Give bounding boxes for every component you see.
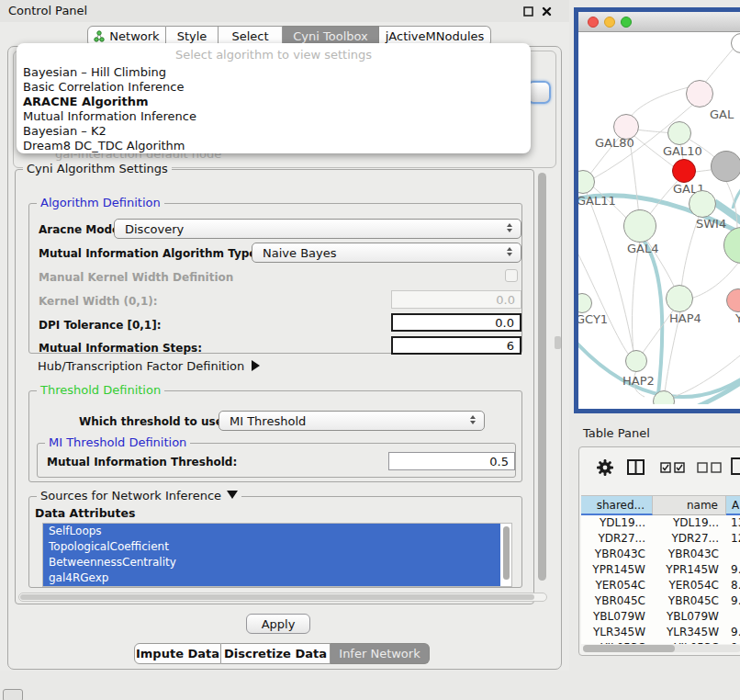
sources-title[interactable]: Sources for Network Inference — [37, 489, 241, 502]
algorithm-option[interactable]: Bayesian – K2 — [17, 124, 531, 139]
algorithm-dropdown-list: Select algorithm to view settings Bayesi… — [17, 43, 531, 153]
network-tab-icon — [94, 30, 105, 42]
threshold-definition-title: Threshold Definition — [37, 383, 164, 397]
dpi-tolerance-field[interactable]: 0.0 — [391, 313, 521, 332]
gear-icon[interactable] — [596, 458, 614, 480]
sources-group: Sources for Network Inference Data Attri… — [28, 496, 522, 588]
kernel-width-field[interactable]: 0.0 — [391, 290, 521, 309]
node[interactable] — [667, 121, 691, 145]
close-icon[interactable] — [542, 6, 552, 19]
settings-horizontal-scrollbar[interactable] — [18, 593, 547, 602]
cyni-algorithm-settings-title: Cyni Algorithm Settings — [23, 162, 172, 175]
node-label: GAL80 — [595, 136, 634, 150]
float-window-icon[interactable] — [523, 6, 533, 19]
algorithm-definition-title: Algorithm Definition — [37, 196, 164, 209]
node-label: HAP2 — [622, 374, 655, 388]
settings-vertical-scrollbar[interactable] — [536, 169, 548, 604]
table-horizontal-scrollbar[interactable] — [583, 645, 740, 652]
data-attributes-list: SelfLoops TopologicalCoefficient Between… — [42, 523, 512, 587]
table-row[interactable]: YIL053CYIL053C9 — [581, 640, 740, 644]
node-label: GCY1 — [578, 312, 608, 326]
column-header-partial[interactable]: A — [726, 495, 740, 515]
control-panel-window: Control Panel Network Style Select Cyni … — [0, 0, 569, 671]
node[interactable] — [625, 350, 647, 372]
algorithm-definition-group: Algorithm Definition Aracne Mode: Discov… — [28, 203, 522, 354]
mi-threshold-definition-group: MI Threshold Definition Mutual Informati… — [37, 443, 516, 478]
aracne-mode-label: Aracne Mode: — [39, 223, 124, 236]
which-threshold-select[interactable]: MI Threshold — [219, 411, 485, 431]
manual-kernel-width-label: Manual Kernel Width Definition — [39, 271, 233, 284]
attribute-item-selected[interactable]: gal4RGexp — [43, 570, 500, 586]
node[interactable] — [689, 190, 716, 218]
dpi-tolerance-label: DPI Tolerance [0,1]: — [39, 319, 162, 332]
node[interactable] — [711, 151, 740, 182]
kernel-width-label: Kernel Width (0,1): — [39, 295, 158, 308]
unchecked-boxes-icon[interactable] — [697, 462, 723, 476]
attribute-item-selected[interactable]: BetweennessCentrality — [43, 555, 500, 570]
mi-threshold-label: Mutual Information Threshold: — [47, 456, 237, 469]
tab-infer-network[interactable]: Infer Network — [331, 643, 430, 664]
cyni-algorithm-settings-group: Cyni Algorithm Settings Algorithm Defini… — [15, 169, 534, 604]
table-row[interactable]: YLR345WYLR345W9. — [581, 625, 740, 640]
column-header-name[interactable]: name — [653, 495, 726, 515]
panel-divider-handle[interactable] — [555, 336, 561, 349]
table-row[interactable]: YBL079WYBL079W — [581, 609, 740, 625]
column-header-shared-name[interactable]: shared... — [581, 495, 653, 515]
network-canvas[interactable]: GAL GAL80 GAL10 GAL1 GAL11 SWI4 GAL4 GCY… — [578, 32, 740, 404]
mi-threshold-field[interactable]: 0.5 — [388, 452, 515, 470]
column-layout-icon[interactable] — [627, 459, 645, 478]
hub-definition-expander[interactable]: Hub/Transcription Factor Definition — [38, 359, 260, 373]
mi-algorithm-type-select[interactable]: Naive Bayes — [252, 243, 521, 263]
tab-impute-data[interactable]: Impute Data — [134, 643, 221, 664]
control-panel-title: Control Panel — [8, 4, 87, 17]
node-label: GAL4 — [627, 242, 658, 255]
apply-button[interactable]: Apply — [246, 614, 310, 634]
zoom-traffic-light-icon[interactable] — [621, 17, 632, 28]
table-row[interactable]: YBR043CYBR043C — [581, 547, 740, 562]
attributes-scrollbar[interactable] — [503, 526, 510, 580]
algorithm-dropdown-placeholder: Select algorithm to view settings — [17, 45, 531, 65]
attribute-item-selected[interactable]: SelfLoops — [43, 524, 500, 539]
network-window-titlebar[interactable] — [578, 12, 740, 32]
table-row[interactable]: YER054CYER054C8. — [581, 578, 740, 593]
node[interactable] — [666, 285, 693, 312]
aracne-mode-select[interactable]: Discovery — [114, 219, 521, 239]
node-label: HAP4 — [669, 311, 701, 325]
mi-steps-label: Mutual Information Steps: — [39, 342, 202, 355]
algorithm-option[interactable]: Dream8 DC_TDC Algorithm — [17, 139, 531, 153]
mi-threshold-definition-title: MI Threshold Definition — [45, 435, 190, 449]
table-row[interactable]: YDL19...YDL19...13 — [581, 515, 740, 531]
node-label: SWI4 — [696, 217, 726, 231]
table-row[interactable]: YBR045CYBR045C9. — [581, 593, 740, 609]
node-label: GAL10 — [663, 144, 702, 158]
checked-boxes-icon[interactable] — [660, 462, 686, 476]
stepper-arrows-icon — [470, 415, 476, 424]
algorithm-option[interactable]: Bayesian – Hill Climbing — [17, 65, 531, 80]
manual-kernel-width-checkbox[interactable] — [505, 269, 518, 282]
close-traffic-light-icon[interactable] — [588, 17, 599, 28]
document-icon[interactable] — [731, 457, 740, 478]
node[interactable] — [623, 209, 656, 243]
table-panel-title: Table Panel — [583, 426, 650, 440]
mi-algorithm-type-label: Mutual Information Algorithm Type: — [39, 247, 261, 260]
stepper-arrows-icon — [507, 247, 512, 256]
algorithm-option-selected[interactable]: ARACNE Algorithm — [17, 95, 531, 109]
which-threshold-label: Which threshold to use: — [79, 415, 228, 428]
table-row[interactable]: YPR145WYPR145W9. — [581, 562, 740, 578]
corner-dock-button[interactable] — [3, 689, 23, 700]
table-row[interactable]: YDR27...YDR27...12 — [581, 531, 740, 547]
minimize-traffic-light-icon[interactable] — [604, 17, 615, 28]
mi-steps-field[interactable]: 6 — [391, 336, 521, 355]
node[interactable] — [686, 80, 713, 107]
node-label: GAL11 — [578, 194, 616, 208]
node-label: Y — [735, 311, 740, 325]
screen: Control Panel Network Style Select Cyni … — [0, 0, 740, 700]
algorithm-option[interactable]: Basic Correlation Inference — [17, 80, 531, 95]
algorithm-option[interactable]: Mutual Information Inference — [17, 109, 531, 124]
node-selected-red[interactable] — [672, 159, 696, 183]
tab-discretize-data[interactable]: Discretize Data — [221, 643, 331, 664]
stepper-arrows-icon — [507, 223, 512, 232]
data-attributes-label: Data Attributes — [35, 506, 135, 520]
control-panel-titlebar: Control Panel — [0, 0, 569, 22]
attribute-item-selected[interactable]: TopologicalCoefficient — [43, 539, 500, 555]
